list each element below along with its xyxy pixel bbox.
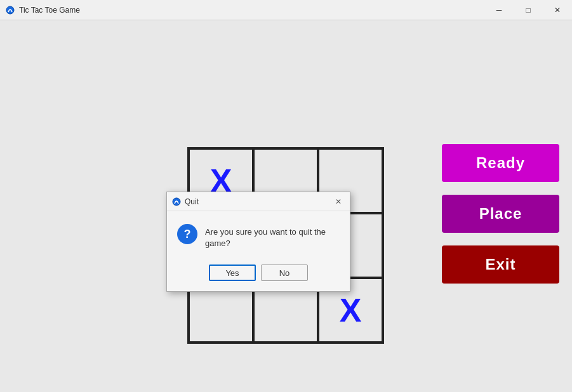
dialog-title: Quit [185,197,332,206]
dialog-body: ? Are you sure you want to quit the game… [167,211,350,259]
maximize-button[interactable]: □ [514,0,543,20]
yes-button[interactable]: Yes [209,265,256,281]
side-buttons: Ready Place Exit [442,144,559,284]
window-controls: ─ □ ✕ [484,0,572,20]
dialog-icon [172,197,181,206]
svg-point-1 [173,198,180,206]
dialog-buttons: Yes No [167,259,350,291]
close-button[interactable]: ✕ [543,0,572,20]
app-icon [5,5,15,15]
place-button[interactable]: Place [442,195,559,233]
title-bar: Tic Tac Toe Game ─ □ ✕ [0,0,572,20]
dialog-message: Are you sure you want to quit the game? [205,224,340,249]
minimize-button[interactable]: ─ [484,0,514,20]
main-content: X X Ready Place Exit Quit ✕ [0,20,572,392]
svg-point-0 [6,6,14,14]
quit-dialog: Quit ✕ ? Are you sure you want to quit t… [166,192,350,292]
question-icon: ? [177,224,197,244]
no-button[interactable]: No [261,265,308,281]
exit-button[interactable]: Exit [442,245,559,284]
ready-button[interactable]: Ready [442,144,559,182]
dialog-close-button[interactable]: ✕ [332,195,345,208]
dialog-title-bar: Quit ✕ [167,192,350,211]
